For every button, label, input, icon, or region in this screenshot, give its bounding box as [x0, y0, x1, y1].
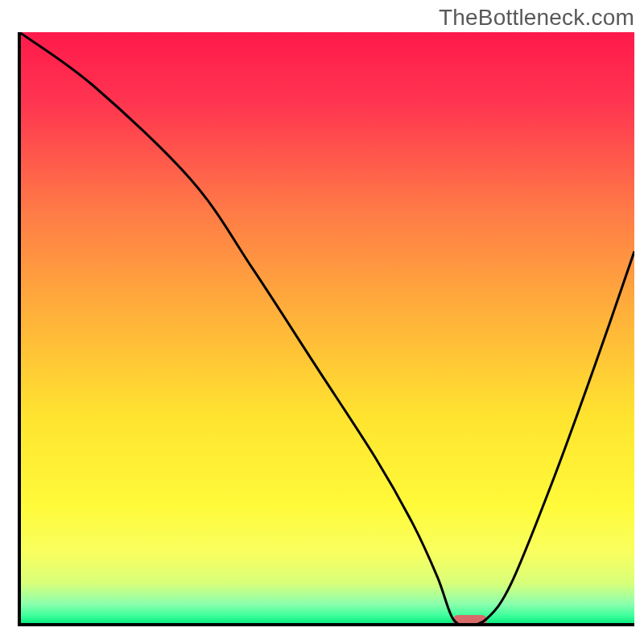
- gradient-background: [19, 32, 634, 625]
- chart-svg: [0, 0, 644, 644]
- watermark-text: TheBottleneck.com: [439, 5, 634, 31]
- bottleneck-chart: TheBottleneck.com: [0, 0, 644, 644]
